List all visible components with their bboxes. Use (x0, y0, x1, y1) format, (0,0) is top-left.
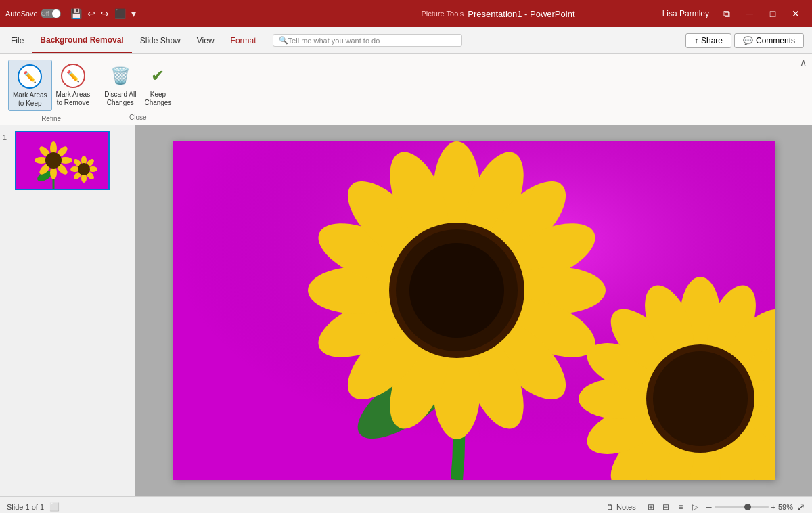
svg-point-44 (409, 243, 504, 338)
keep-icon: ✔ (144, 62, 171, 89)
share-button[interactable]: ↑ Share (685, 33, 731, 48)
menu-view[interactable]: View (189, 27, 223, 53)
slide-canvas[interactable] (173, 141, 775, 480)
fit-to-window-icon[interactable]: ⤢ (797, 501, 805, 512)
slide-number: 1 (3, 131, 12, 141)
discard-label: Discard AllChanges (104, 91, 136, 107)
menu-bar: File Background Removal Slide Show View … (0, 27, 812, 54)
search-bar: 🔍 Tell me what you want to do (265, 27, 680, 53)
refine-label: Refine (8, 114, 94, 125)
title-bar-icons: 💾 ↩ ↪ ⬛ ▾ (70, 8, 136, 19)
autosave-toggle[interactable]: Off (41, 9, 61, 18)
mark-remove-label: Mark Areasto Remove (56, 91, 91, 107)
slide-thumb-inner (16, 132, 108, 189)
title-bar-center: Picture Tools Presentation1 - PowerPoint (334, 9, 662, 19)
canvas-area (135, 125, 812, 496)
discard-changes-button[interactable]: 🗑️ Discard AllChanges (100, 60, 140, 110)
status-bar: Slide 1 of 1 ⬜ 🗒 Notes ⊞ ⊟ ≡ ▷ ─ + 59% ⤢ (0, 496, 812, 513)
title-bar-right: Lisa Parmley ⧉ ─ □ ✕ (662, 4, 807, 23)
slide-thumb-svg (16, 132, 108, 189)
close-btn[interactable]: ✕ (785, 4, 807, 23)
view-icons: ⊞ ⊟ ≡ ▷ (644, 501, 702, 513)
title-bar: AutoSave Off 💾 ↩ ↪ ⬛ ▾ Picture Tools Pre… (0, 0, 812, 27)
user-name: Lisa Parmley (662, 9, 709, 18)
slide-thumb-row: 1 (3, 131, 132, 190)
title-bar-left: AutoSave Off 💾 ↩ ↪ ⬛ ▾ (5, 8, 334, 19)
redo-icon[interactable]: ↪ (101, 8, 109, 19)
slide-thumbnail[interactable] (15, 131, 110, 190)
svg-point-20 (78, 163, 90, 175)
window-title: Presentation1 - PowerPoint (468, 9, 574, 19)
search-placeholder: Tell me what you want to do (288, 37, 380, 45)
mark-remove-circle-icon: ✏️ (61, 64, 85, 88)
menu-bar-right: ↑ Share 💬 Comments (680, 27, 809, 53)
slide-info: Slide 1 of 1 (7, 503, 44, 511)
window-controls: ⧉ ─ □ ✕ (716, 4, 807, 23)
menu-background-removal[interactable]: Background Removal (32, 27, 131, 53)
keep-changes-button[interactable]: ✔ KeepChanges (140, 60, 175, 110)
status-left: Slide 1 of 1 ⬜ (7, 502, 602, 512)
status-right: 🗒 Notes ⊞ ⊟ ≡ ▷ ─ + 59% ⤢ (602, 501, 805, 513)
menu-file[interactable]: File (3, 27, 32, 53)
picture-tools-label: Picture Tools (421, 9, 464, 18)
ribbon-close-section: 🗑️ Discard AllChanges ✔ KeepChanges Clos… (97, 57, 178, 123)
discard-icon: 🗑️ (107, 62, 134, 89)
collapse-icon: ∧ (800, 57, 807, 68)
ribbon-collapse-btn[interactable]: ∧ (800, 57, 807, 68)
mark-keep-icon: ✏️ (16, 63, 43, 90)
notes-label: Notes (616, 503, 636, 511)
ribbon: ✏️ Mark Areasto Keep ✏️ Mark Areasto Rem… (0, 54, 812, 125)
restore-btn[interactable]: □ (762, 4, 784, 23)
save-icon[interactable]: 💾 (70, 8, 82, 19)
share-icon: ↑ (694, 36, 698, 45)
main-area: 1 (0, 125, 812, 496)
minimize-btn[interactable]: ─ (739, 4, 761, 23)
slide-panel: 1 (0, 125, 135, 496)
zoom-percent: 59% (778, 503, 793, 511)
reading-view-icon[interactable]: ≡ (674, 501, 687, 513)
zoom-slider[interactable] (715, 506, 769, 508)
slideshow-view-icon[interactable]: ▷ (689, 501, 702, 513)
svg-point-62 (653, 351, 748, 446)
ribbon-refine-section: ✏️ Mark Areasto Keep ✏️ Mark Areasto Rem… (5, 57, 97, 125)
slide-background (173, 141, 775, 480)
toggle-knob (52, 9, 60, 18)
ribbon-refine-inner: ✏️ Mark Areasto Keep ✏️ Mark Areasto Rem… (8, 57, 94, 114)
close-label: Close (100, 112, 175, 123)
mark-areas-keep-button[interactable]: ✏️ Mark Areasto Keep (8, 60, 52, 111)
zoom-minus-icon[interactable]: ─ (706, 503, 712, 511)
window-icon-btn[interactable]: ⧉ (716, 4, 738, 23)
autosave-off-label: Off (41, 10, 49, 17)
menu-format[interactable]: Format (223, 27, 265, 53)
dropdown-icon[interactable]: ▾ (131, 8, 136, 19)
svg-point-11 (45, 152, 62, 169)
zoom-plus-icon[interactable]: + (771, 503, 775, 511)
notes-icon: 🗒 (606, 503, 614, 511)
comments-button[interactable]: 💬 Comments (734, 33, 804, 48)
comment-icon: 💬 (743, 36, 753, 45)
mark-keep-label: Mark Areasto Keep (13, 91, 47, 108)
zoom-thumb (744, 504, 751, 510)
zoom-control: ─ + 59% (706, 503, 793, 511)
normal-view-icon[interactable]: ⊞ (644, 501, 658, 513)
sunflower-scene (173, 141, 775, 480)
menu-slide-show[interactable]: Slide Show (132, 27, 189, 53)
autosave-label: AutoSave (5, 9, 38, 18)
keep-label: KeepChanges (144, 91, 171, 107)
autosave-badge: AutoSave Off (5, 9, 61, 18)
search-icon: 🔍 (279, 36, 288, 45)
mark-keep-circle-icon: ✏️ (18, 64, 42, 89)
slide-status-icon: ⬜ (49, 502, 60, 512)
mark-areas-remove-button[interactable]: ✏️ Mark Areasto Remove (52, 60, 95, 110)
mark-remove-icon: ✏️ (60, 62, 87, 89)
present-icon[interactable]: ⬛ (114, 8, 126, 19)
undo-icon[interactable]: ↩ (87, 8, 95, 19)
ribbon-close-inner: 🗑️ Discard AllChanges ✔ KeepChanges (100, 57, 175, 112)
search-input-wrap[interactable]: 🔍 Tell me what you want to do (273, 34, 462, 47)
slide-sorter-icon[interactable]: ⊟ (659, 501, 673, 513)
notes-button[interactable]: 🗒 Notes (602, 501, 640, 512)
